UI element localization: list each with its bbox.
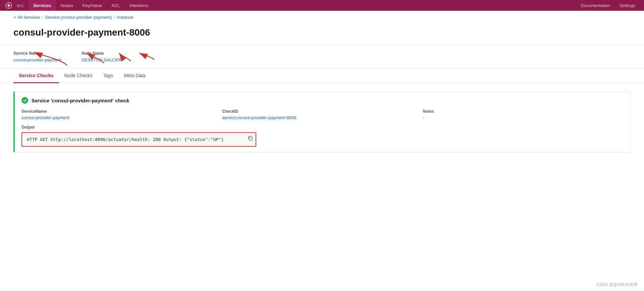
node-name-block: Node Name DESKTOP-SALCKRT [82,51,124,62]
service-name-value[interactable]: consul-provider-payment [13,57,61,62]
check-notes-field: Notes - [423,109,624,120]
check-notes-value: - [423,115,624,120]
tab-tags[interactable]: Tags [98,69,119,83]
breadcrumb: < All Services < Service (consul-provide… [0,11,644,24]
check-id-label: CheckID [222,109,423,114]
check-service-name-field: ServiceName consul-provider-payment [21,109,222,120]
nav-intentions[interactable]: Intentions [125,0,153,11]
check-notes-label: Notes [423,109,624,114]
page-title: consul-provider-payment-8006 [0,24,644,45]
tab-meta-data[interactable]: Meta Data [118,69,151,83]
check-title: Service 'consul-provider-payment' check [32,98,129,103]
output-label: Output [21,125,624,130]
nav-documentation[interactable]: Documentation [576,0,615,11]
check-card: Service 'consul-provider-payment' check … [13,91,631,152]
nav-nodes[interactable]: Nodes [56,0,78,11]
service-name-block: Service Name consul-provider-payment [13,51,61,62]
breadcrumb-sep-left: < [13,15,16,20]
breadcrumb-service[interactable]: Service (consul-provider-payment) [45,15,112,20]
copy-icon[interactable] [248,136,253,142]
breadcrumb-sep-1: < [42,15,44,20]
nav-keyvalue[interactable]: Key/Value [78,0,107,11]
check-service-name-value: consul-provider-payment [21,115,222,120]
consul-logo [4,1,13,10]
check-service-name-label: ServiceName [21,109,222,114]
node-name-value[interactable]: DESKTOP-SALCKRT [82,57,124,62]
nav-settings[interactable]: Settings [615,0,640,11]
nav-services[interactable]: Services [29,0,56,11]
output-box: HTTP GET http://localhost:8006/actuator/… [21,132,256,147]
check-fields: ServiceName consul-provider-payment Chec… [21,109,624,120]
check-status-icon [21,97,28,104]
check-id-value: service:consul-provider-payment-8006 [222,115,423,120]
tab-service-checks[interactable]: Service Checks [13,69,59,83]
check-header: Service 'consul-provider-payment' check [21,97,624,104]
breadcrumb-instance[interactable]: Instance [117,15,133,20]
check-id-field: CheckID service:consul-provider-payment-… [222,109,423,120]
main-content: Service 'consul-provider-payment' check … [0,83,644,160]
breadcrumb-sep-2: < [113,15,115,20]
nav-right: Documentation Settings [576,0,640,11]
service-name-label: Service Name [13,51,61,56]
tab-node-checks[interactable]: Node Checks [59,69,98,83]
node-name-label: Node Name [82,51,124,56]
top-navigation: dc1 Services Nodes Key/Value ACL Intenti… [0,0,644,11]
svg-rect-6 [249,137,252,140]
service-info: Service Name consul-provider-payment Nod… [0,45,644,69]
output-value: HTTP GET http://localhost:8006/actuator/… [27,137,224,142]
svg-point-1 [7,4,10,6]
dc-label[interactable]: dc1 [17,3,24,8]
breadcrumb-all-services[interactable]: All Services [17,15,40,20]
nav-acl[interactable]: ACL [107,0,124,11]
tabs-container: Service Checks Node Checks Tags Meta Dat… [0,69,644,83]
